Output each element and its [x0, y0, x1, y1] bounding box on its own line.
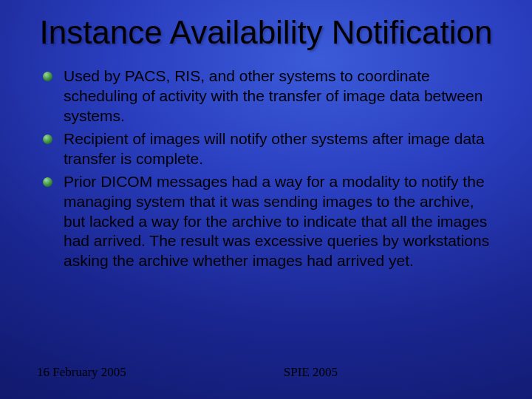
list-item: Recipient of images will notify other sy… — [43, 129, 495, 169]
footer-date: 16 February 2005 — [37, 365, 126, 380]
bullet-icon — [43, 177, 52, 187]
slide: Instance Availability Notification Used … — [0, 0, 532, 399]
bullet-icon — [43, 134, 52, 144]
bullet-text: Prior DICOM messages had a way for a mod… — [64, 173, 489, 270]
footer: 16 February 2005 SPIE 2005 — [37, 365, 495, 380]
bullet-list: Used by PACS, RIS, and other systems to … — [37, 66, 495, 271]
bullet-text: Recipient of images will notify other sy… — [64, 130, 485, 167]
bullet-icon — [43, 72, 52, 81]
list-item: Used by PACS, RIS, and other systems to … — [43, 66, 495, 126]
list-item: Prior DICOM messages had a way for a mod… — [43, 172, 495, 271]
bullet-text: Used by PACS, RIS, and other systems to … — [64, 67, 482, 124]
slide-title: Instance Availability Notification — [37, 15, 495, 50]
